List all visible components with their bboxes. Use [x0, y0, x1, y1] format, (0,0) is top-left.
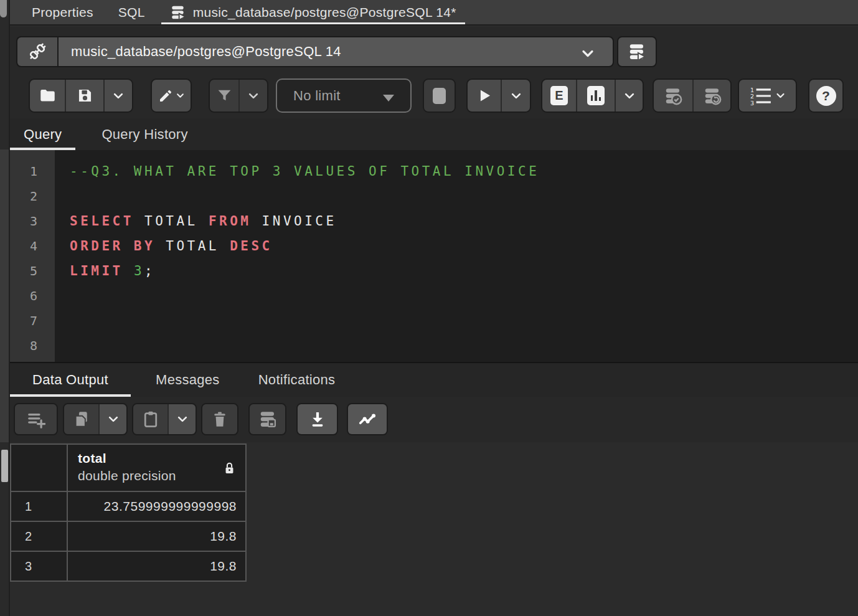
- pgadmin-query-tool-window: Properties SQL music_database/postgres@P…: [0, 0, 858, 616]
- new-connection-button[interactable]: [617, 36, 657, 67]
- save-data-changes-button[interactable]: [250, 404, 285, 434]
- line-chart-icon: [358, 410, 377, 429]
- total-value-cell[interactable]: 19.8: [68, 522, 245, 551]
- tab-query-history[interactable]: Query History: [88, 118, 201, 150]
- code-token-keyword: SELECT: [70, 214, 134, 229]
- row-number-cell[interactable]: 2: [11, 522, 67, 551]
- open-file-button[interactable]: [30, 80, 65, 111]
- tab-data-output[interactable]: Data Output: [10, 363, 131, 397]
- code-line[interactable]: --Q3. WHAT ARE TOP 3 VALUES OF TOTAL INV…: [70, 159, 858, 184]
- save-button[interactable]: [65, 80, 103, 111]
- line-number: 4: [10, 234, 55, 258]
- add-row-group: [14, 403, 58, 435]
- tab-properties[interactable]: Properties: [22, 0, 103, 24]
- query-toolbar: No limit E: [19, 78, 844, 113]
- code-line[interactable]: [70, 184, 858, 209]
- filter-button-group: [209, 78, 268, 113]
- tab-messages-label: Messages: [156, 372, 220, 388]
- tab-query[interactable]: Query: [10, 118, 75, 150]
- code-line[interactable]: [70, 283, 858, 308]
- tab-notifications[interactable]: Notifications: [245, 363, 349, 397]
- stop-square-icon: [433, 88, 446, 104]
- filter-menu-button[interactable]: [238, 80, 267, 111]
- paste-menu-button[interactable]: [167, 404, 196, 434]
- code-line[interactable]: SELECT TOTAL FROM INVOICE: [70, 209, 858, 234]
- code-token-keyword: DESC: [230, 239, 273, 254]
- svg-text:3: 3: [750, 99, 754, 105]
- copy-button[interactable]: [64, 404, 98, 434]
- row-number-cell[interactable]: 3: [11, 552, 67, 580]
- tab-query-tool[interactable]: music_database/postgres@PostgreSQL 14*: [161, 0, 465, 24]
- connection-status-button[interactable]: [16, 36, 57, 67]
- sql-editor[interactable]: 12345678 --Q3. WHAT ARE TOP 3 VALUES OF …: [10, 150, 858, 362]
- code-token-comment: --Q3. WHAT ARE TOP 3 VALUES OF TOTAL INV…: [70, 164, 539, 179]
- delete-row-button[interactable]: [202, 404, 237, 434]
- execute-button-group: [466, 78, 531, 113]
- editor-gutter: 12345678: [10, 150, 55, 362]
- query-tab-bar: Query Query History: [10, 118, 858, 150]
- main-tab-bar: Properties SQL music_database/postgres@P…: [10, 0, 858, 26]
- code-line[interactable]: ORDER BY TOTAL DESC: [70, 234, 858, 258]
- commit-button[interactable]: [654, 80, 692, 111]
- clipboard-icon: [142, 410, 159, 428]
- rows-limit-value: No limit: [277, 88, 341, 104]
- macros-button[interactable]: 1 2 3: [739, 80, 796, 111]
- explain-analyze-chart-icon: [587, 86, 605, 105]
- execute-menu-button[interactable]: [501, 80, 530, 111]
- file-button-group: [29, 78, 133, 113]
- chevron-down-icon: [623, 90, 636, 102]
- total-value-cell[interactable]: 23.759999999999998: [68, 492, 245, 521]
- line-number: 3: [10, 209, 55, 234]
- column-header-total[interactable]: total double precision: [68, 445, 245, 491]
- tab-data-output-label: Data Output: [32, 372, 108, 388]
- explain-button[interactable]: E: [542, 80, 576, 111]
- lock-icon: [224, 461, 235, 476]
- graph-visualiser-button[interactable]: [348, 404, 387, 434]
- stop-button-group: [423, 78, 456, 113]
- edit-menu-button[interactable]: [152, 80, 191, 111]
- explain-menu-button[interactable]: [615, 80, 643, 111]
- query-tool-database-icon: [170, 4, 186, 21]
- help-button-group: ?: [808, 78, 844, 113]
- code-line[interactable]: LIMIT 3;: [70, 258, 858, 283]
- database-new-connection-icon: [628, 42, 646, 61]
- download-csv-button[interactable]: [298, 404, 337, 434]
- explain-analyze-button[interactable]: [576, 80, 615, 111]
- tab-query-tool-label: music_database/postgres@PostgreSQL 14*: [193, 5, 456, 20]
- code-line[interactable]: [70, 308, 858, 333]
- editor-code[interactable]: --Q3. WHAT ARE TOP 3 VALUES OF TOTAL INV…: [55, 150, 858, 362]
- corner-header-cell[interactable]: [11, 445, 67, 491]
- code-token-keyword: FROM: [209, 214, 252, 229]
- rows-limit-select[interactable]: No limit: [276, 78, 412, 113]
- stop-button[interactable]: [424, 80, 455, 111]
- copy-menu-button[interactable]: [98, 404, 126, 434]
- execute-button[interactable]: [468, 80, 501, 111]
- filter-button[interactable]: [210, 80, 238, 111]
- tab-sql[interactable]: SQL: [108, 0, 155, 24]
- column-type: double precision: [68, 466, 245, 483]
- graph-group: [347, 403, 388, 435]
- tab-query-history-label: Query History: [101, 126, 187, 143]
- column-name: total: [68, 445, 245, 466]
- row-number-cell[interactable]: 1: [11, 492, 67, 521]
- explain-button-group: E: [541, 78, 644, 113]
- splitter-handle[interactable]: [1, 450, 8, 482]
- left-splitter[interactable]: [0, 0, 10, 616]
- connection-selector[interactable]: music_database/postgres@PostgreSQL 14: [57, 36, 614, 67]
- code-token-plain: TOTAL: [134, 214, 209, 229]
- add-row-button[interactable]: [15, 404, 57, 434]
- tab-messages[interactable]: Messages: [142, 363, 233, 397]
- rollback-button[interactable]: [692, 80, 730, 111]
- code-token-plain: ;: [144, 263, 155, 278]
- chevron-down-icon: [247, 90, 260, 102]
- chevron-down-icon: [176, 413, 189, 425]
- help-button[interactable]: ?: [809, 80, 842, 111]
- paste-button[interactable]: [133, 404, 167, 434]
- save-menu-button[interactable]: [103, 80, 132, 111]
- chevron-down-icon: [580, 46, 595, 61]
- code-line[interactable]: [70, 333, 858, 358]
- total-value-cell[interactable]: 19.8: [68, 552, 245, 580]
- database-rollback-icon: [703, 87, 722, 105]
- save-data-group: [248, 403, 286, 435]
- connection-bar: music_database/postgres@PostgreSQL 14: [16, 36, 657, 67]
